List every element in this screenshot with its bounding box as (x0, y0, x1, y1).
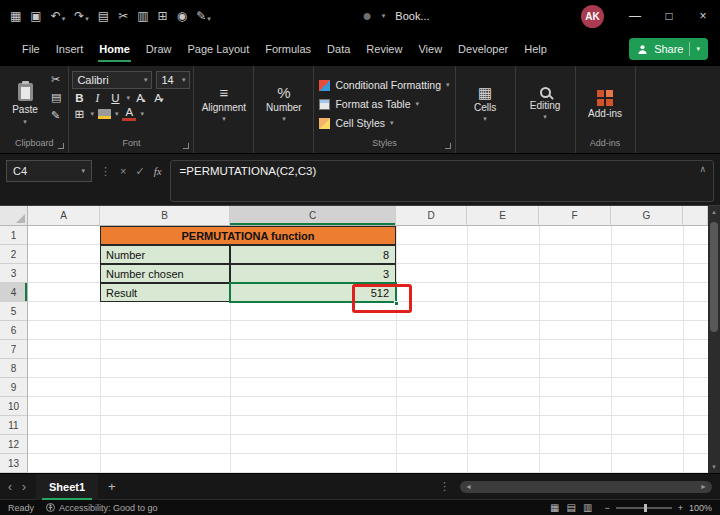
tab-draw[interactable]: Draw (138, 32, 180, 66)
formula-input[interactable]: =PERMUTATIONA(C2,C3) ∧ (170, 160, 714, 202)
previous-sheet-icon[interactable]: ‹ (8, 480, 12, 494)
paste-icon[interactable]: ▥ (137, 9, 148, 23)
number-button[interactable]: % Number ▾ (257, 70, 310, 138)
editing-button[interactable]: Editing ▾ (519, 70, 572, 138)
column-header-g[interactable]: G (611, 206, 683, 226)
bold-button[interactable]: B (72, 92, 86, 104)
next-sheet-icon[interactable]: › (22, 480, 26, 494)
alignment-button[interactable]: ≡ Alignment ▾ (197, 70, 250, 138)
copy-button[interactable]: ▤ (51, 91, 61, 104)
sheetbar-more-icon[interactable]: ⋮ (439, 480, 450, 493)
cell-c4-value[interactable]: 512 (230, 283, 396, 302)
column-header-e[interactable]: E (467, 206, 539, 226)
zoom-in-button[interactable]: + (678, 503, 683, 513)
row-header-11[interactable]: 11 (0, 416, 28, 435)
minimize-button[interactable]: — (618, 0, 652, 32)
column-header-c[interactable]: C (230, 206, 396, 226)
tab-home[interactable]: Home (91, 32, 138, 66)
row-header-9[interactable]: 9 (0, 378, 28, 397)
app-menu-icon[interactable]: ▦ (10, 9, 21, 23)
cell-b2-label[interactable]: Number (100, 245, 230, 264)
cell-b1-title[interactable]: PERMUTATIONA function (100, 226, 396, 245)
cut-button[interactable]: ✂ (51, 73, 61, 86)
tab-data[interactable]: Data (319, 32, 358, 66)
scroll-down-icon[interactable]: ▾ (712, 461, 716, 473)
row-header-4[interactable]: 4 (0, 283, 28, 302)
addins-button[interactable]: Add-ins (579, 70, 632, 138)
undo-button[interactable]: ↶▾ (51, 9, 66, 23)
vertical-scrollbar[interactable]: ▴ ▾ (708, 206, 720, 473)
add-sheet-button[interactable]: + (108, 479, 116, 494)
increase-font-button[interactable]: A▴ (134, 92, 148, 104)
scroll-up-icon[interactable]: ▴ (712, 206, 716, 218)
redo-button[interactable]: ↷▾ (74, 9, 89, 23)
paste-button[interactable]: Paste ▾ (3, 70, 47, 138)
cell-c2-value[interactable]: 8 (230, 245, 396, 264)
column-header-b[interactable]: B (100, 206, 230, 226)
dialog-launcher-icon[interactable] (58, 143, 64, 149)
share-button[interactable]: Share ▾ (629, 38, 708, 60)
cell-styles-button[interactable]: Cell Styles ▾ (319, 114, 449, 133)
tab-developer[interactable]: Developer (450, 32, 516, 66)
format-as-table-button[interactable]: Format as Table ▾ (319, 95, 449, 114)
row-header-5[interactable]: 5 (0, 302, 28, 321)
fill-color-icon[interactable] (98, 109, 111, 119)
format-painter-button[interactable]: ✎ (51, 109, 61, 122)
name-box[interactable]: C4 ▾ (6, 160, 92, 182)
scroll-right-icon[interactable]: ► (700, 483, 707, 490)
row-header-7[interactable]: 7 (0, 340, 28, 359)
chevron-down-icon[interactable]: ▾ (382, 12, 386, 20)
draw-pen-button[interactable]: ✎▾ (196, 9, 211, 23)
row-header-2[interactable]: 2 (0, 245, 28, 264)
decrease-font-button[interactable]: A▾ (152, 92, 166, 104)
vertical-scrollbar-thumb[interactable] (710, 222, 718, 332)
document-title[interactable]: Book... (395, 10, 429, 22)
row-header-13[interactable]: 13 (0, 454, 28, 473)
borders-button[interactable]: ⊞ (72, 107, 86, 121)
fill-handle[interactable] (394, 301, 399, 306)
save-icon[interactable]: ▣ (30, 9, 41, 23)
zoom-out-button[interactable]: − (604, 503, 609, 513)
row-header-1[interactable]: 1 (0, 226, 28, 245)
cell-b3-label[interactable]: Number chosen (100, 264, 230, 283)
italic-button[interactable]: I (90, 92, 104, 104)
zoom-level[interactable]: 100% (689, 503, 712, 513)
cell-b4-label[interactable]: Result (100, 283, 230, 302)
tab-insert[interactable]: Insert (48, 32, 92, 66)
enter-formula-button[interactable]: ✓ (135, 165, 144, 178)
maximize-button[interactable]: □ (652, 0, 686, 32)
scroll-left-icon[interactable]: ◄ (465, 483, 472, 490)
row-header-6[interactable]: 6 (0, 321, 28, 340)
font-color-button[interactable]: A (122, 107, 136, 121)
avatar[interactable]: AK (581, 5, 604, 28)
zoom-slider[interactable] (616, 507, 672, 509)
sheet-tab-sheet1[interactable]: Sheet1 (36, 474, 98, 500)
dialog-launcher-icon[interactable] (445, 143, 451, 149)
cell-c3-value[interactable]: 3 (230, 264, 396, 283)
cancel-formula-button[interactable]: × (120, 165, 126, 177)
column-header-d[interactable]: D (396, 206, 467, 226)
copy-icon[interactable]: ▤ (98, 9, 109, 23)
camera-icon[interactable]: ◉ (177, 9, 187, 23)
column-header-f[interactable]: F (539, 206, 611, 226)
underline-button[interactable]: U (108, 92, 122, 104)
tab-formulas[interactable]: Formulas (257, 32, 319, 66)
normal-view-button[interactable]: ▦ (550, 502, 559, 513)
dialog-launcher-icon[interactable] (183, 143, 189, 149)
cut-icon[interactable]: ✂ (118, 9, 128, 23)
column-header-a[interactable]: A (28, 206, 100, 226)
select-all-corner[interactable] (0, 206, 28, 226)
tab-help[interactable]: Help (516, 32, 555, 66)
tab-view[interactable]: View (410, 32, 450, 66)
cells-button[interactable]: ▦ Cells ▾ (459, 70, 512, 138)
drag-handle-icon[interactable]: ⋮ (100, 165, 111, 178)
close-button[interactable]: × (686, 0, 720, 32)
horizontal-scrollbar[interactable]: ◄ ► (460, 481, 712, 493)
font-name-select[interactable]: Calibri ▾ (72, 71, 152, 89)
row-header-3[interactable]: 3 (0, 264, 28, 283)
conditional-formatting-button[interactable]: Conditional Formatting ▾ (319, 76, 449, 95)
tab-review[interactable]: Review (358, 32, 410, 66)
font-size-select[interactable]: 14 ▾ (156, 71, 190, 89)
page-break-view-button[interactable]: ▥ (583, 502, 592, 513)
tab-page-layout[interactable]: Page Layout (179, 32, 257, 66)
